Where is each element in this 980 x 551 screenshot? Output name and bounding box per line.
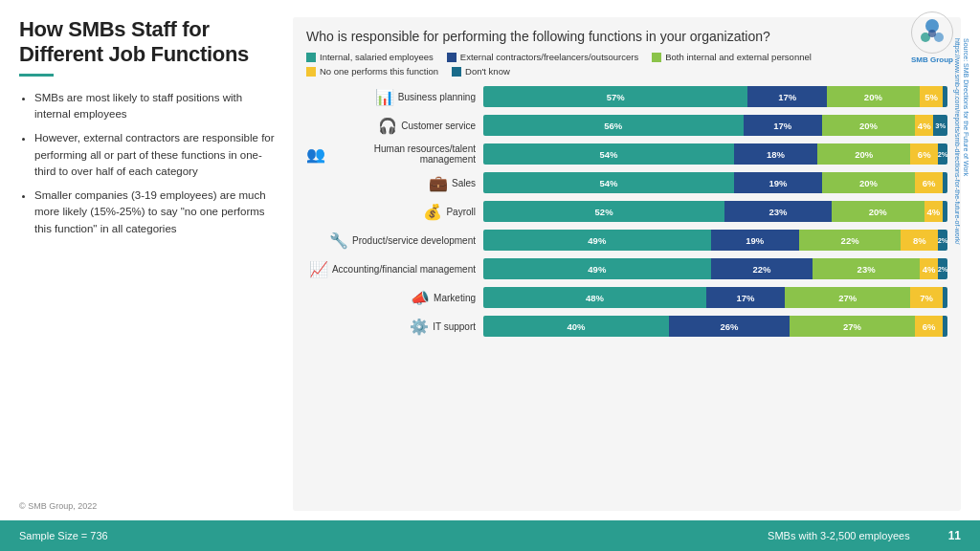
bar-icon: 👥: [306, 145, 325, 164]
legend-box-external: [447, 53, 457, 62]
bar-icon: 💰: [423, 203, 442, 221]
bar-segment-external: 23%: [724, 201, 832, 222]
bar-segment-both: 22%: [799, 230, 902, 251]
bar-label: 👥Human resources/talent management: [306, 143, 483, 165]
bar-segment-noone: 5%: [920, 86, 943, 107]
bar-track: 54%18%20%6%2%: [483, 143, 947, 165]
bar-segment-external: 18%: [734, 143, 817, 165]
legend-box-both: [652, 53, 661, 62]
bar-segment-both: 27%: [785, 287, 910, 308]
bar-segment-internal: 54%: [483, 143, 734, 165]
bar-segment-dontknow: [943, 172, 947, 193]
bar-segment-noone: 7%: [910, 287, 943, 308]
bar-segment-external: 17%: [744, 115, 822, 136]
legend-noone: No one performs this function: [306, 66, 438, 77]
legend-row: Internal, salaried employees External co…: [306, 52, 947, 77]
bar-segment-internal: 56%: [483, 115, 744, 136]
logo-text: SMB Group: [911, 55, 953, 64]
bar-segment-both: 23%: [813, 258, 920, 279]
footer-right: SMBs with 3-2,500 employees 11: [768, 529, 961, 542]
bar-segment-noone: 8%: [901, 230, 938, 251]
page-title: How SMBs Staff for Different Job Functio…: [19, 17, 278, 68]
bullet-list: SMBs are most likely to staff positions …: [19, 90, 278, 245]
bar-label: ⚙️IT support: [306, 318, 483, 336]
bar-row: 💰Payroll52%23%20%4%: [306, 199, 947, 224]
bar-segment-noone: 6%: [910, 143, 938, 165]
bars-area: 📊Business planning57%17%20%5%🎧Customer s…: [306, 84, 947, 501]
bar-segment-both: 27%: [790, 316, 915, 337]
legend-label-external: External contractors/freelancers/outsour…: [460, 52, 638, 62]
logo-area: SMB Group: [911, 11, 953, 64]
bar-segment-noone: 6%: [915, 172, 943, 193]
bar-label: 📣Marketing: [306, 289, 483, 307]
bar-track: 54%19%20%6%: [483, 172, 947, 193]
bar-icon: ⚙️: [410, 318, 429, 336]
legend-box-noone: [306, 67, 316, 77]
bar-segment-internal: 40%: [483, 316, 669, 337]
bar-segment-both: 20%: [822, 172, 915, 193]
bar-segment-noone: 4%: [924, 201, 943, 222]
main-container: How SMBs Staff for Different Job Functio…: [0, 0, 980, 551]
footer-audience: SMBs with 3-2,500 employees: [768, 530, 910, 541]
bar-row: 📊Business planning57%17%20%5%: [306, 84, 947, 109]
bar-segment-internal: 48%: [483, 287, 706, 308]
bar-segment-dontknow: 2%: [938, 258, 947, 279]
bar-track: 57%17%20%5%: [483, 86, 947, 107]
bar-segment-dontknow: [943, 316, 947, 337]
bar-segment-internal: 54%: [483, 172, 734, 193]
bar-track: 40%26%27%6%: [483, 316, 947, 337]
legend-both: Both internal and external personnel: [652, 52, 812, 62]
bar-track: 48%17%27%7%: [483, 287, 947, 308]
bar-row: 📈Accounting/financial management49%22%23…: [306, 256, 947, 281]
bar-segment-external: 19%: [734, 172, 822, 193]
legend-box-dontknow: [452, 67, 461, 77]
content-area: How SMBs Staff for Different Job Functio…: [0, 0, 980, 520]
bar-icon: 📈: [309, 260, 328, 278]
legend-label-both: Both internal and external personnel: [665, 52, 812, 62]
bar-segment-internal: 52%: [483, 201, 724, 222]
bar-row: ⚙️IT support40%26%27%6%: [306, 314, 947, 339]
bar-icon: 💼: [429, 174, 448, 192]
svg-point-3: [928, 30, 936, 37]
bullet-3: Smaller companies (3-19 employees) are m…: [34, 187, 278, 237]
footer-page: 11: [948, 529, 961, 542]
bar-segment-noone: 6%: [915, 316, 943, 337]
chart-container: Who is responsible for performing the fo…: [293, 17, 961, 511]
bar-segment-dontknow: 3%: [933, 115, 947, 136]
bar-segment-external: 17%: [706, 287, 785, 308]
bar-segment-dontknow: 2%: [938, 143, 947, 165]
legend-label-noone: No one performs this function: [320, 66, 438, 77]
footer-sample-size: Sample Size = 736: [19, 530, 108, 541]
bar-segment-both: 20%: [832, 201, 924, 222]
bar-icon: 🎧: [378, 117, 397, 135]
bar-row: 💼Sales54%19%20%6%: [306, 170, 947, 195]
bar-row: 📣Marketing48%17%27%7%: [306, 285, 947, 310]
bullet-2: However, external contractors are respon…: [34, 130, 278, 180]
legend-dontknow: Don't know: [452, 66, 510, 77]
legend-internal: Internal, salaried employees: [306, 52, 434, 62]
bar-label: 🎧Customer service: [306, 117, 483, 135]
bar-segment-dontknow: 2%: [938, 230, 947, 251]
legend-label-dontknow: Don't know: [465, 66, 510, 77]
bullet-1: SMBs are most likely to staff positions …: [34, 90, 278, 123]
bar-segment-noone: 4%: [915, 115, 933, 136]
bar-segment-internal: 49%: [483, 258, 711, 279]
bar-segment-noone: 4%: [920, 258, 938, 279]
source-text: Source: SMB Directions for the Future of…: [953, 38, 970, 245]
bar-row: 🔧Product/service development49%19%22%8%2…: [306, 228, 947, 253]
chart-title: Who is responsible for performing the fo…: [306, 29, 947, 44]
legend-label-internal: Internal, salaried employees: [320, 52, 434, 62]
bar-segment-internal: 49%: [483, 230, 711, 251]
bar-icon: 🔧: [329, 231, 348, 250]
bar-icon: 📣: [411, 289, 430, 307]
copyright: © SMB Group, 2022: [19, 492, 278, 511]
bar-label: 📊Business planning: [306, 88, 483, 106]
bar-segment-both: 20%: [827, 86, 920, 107]
right-panel: Who is responsible for performing the fo…: [293, 17, 961, 511]
bar-track: 49%19%22%8%2%: [483, 230, 947, 251]
logo-svg: [914, 14, 950, 51]
bar-segment-both: 20%: [822, 115, 915, 136]
bar-label: 💰Payroll: [306, 203, 483, 221]
left-panel: How SMBs Staff for Different Job Functio…: [19, 17, 278, 511]
logo-circle: [911, 11, 953, 54]
